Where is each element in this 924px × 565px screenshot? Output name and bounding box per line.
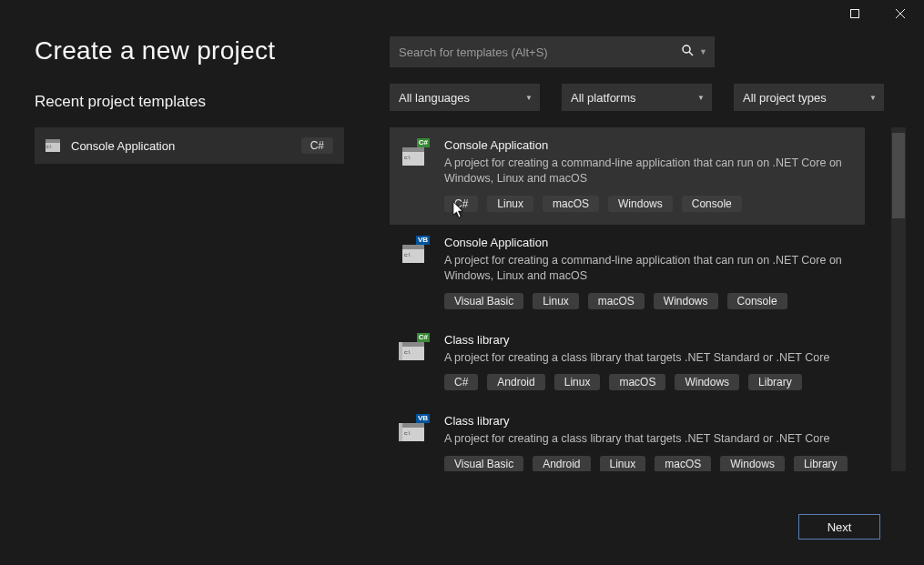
console-template-icon: C# [402, 140, 428, 166]
template-item[interactable]: C#Class libraryA project for creating a … [390, 322, 865, 404]
tag: Console [682, 196, 742, 212]
lib-template-icon: VB [402, 416, 428, 441]
chevron-down-icon: ▼ [697, 94, 705, 102]
search-icon[interactable] [682, 45, 694, 59]
tag: Windows [654, 293, 718, 309]
tag: Linux [554, 374, 601, 390]
tag: Visual Basic [444, 293, 523, 309]
recent-template-lang: C# [301, 137, 333, 154]
tag: C# [444, 374, 478, 390]
language-filter-dropdown[interactable]: All languages ▼ [390, 84, 540, 111]
tag: macOS [543, 196, 599, 212]
template-description: A project for creating a command-line ap… [444, 156, 852, 187]
page-title: Create a new project [35, 36, 344, 66]
console-template-icon: VB [402, 237, 428, 263]
tag: Library [794, 456, 848, 471]
language-filter-label: All languages [399, 91, 470, 105]
chevron-down-icon: ▼ [869, 94, 877, 102]
tag: Visual Basic [444, 456, 523, 471]
tag: macOS [609, 374, 665, 390]
template-tags: Visual BasicAndroidLinuxmacOSWindowsLibr… [444, 456, 852, 471]
platform-filter-dropdown[interactable]: All platforms ▼ [562, 84, 712, 111]
project-type-filter-dropdown[interactable]: All project types ▼ [734, 84, 884, 111]
search-dropdown-caret[interactable]: ▼ [699, 47, 707, 56]
tag: macOS [655, 456, 711, 471]
chevron-down-icon: ▼ [525, 94, 533, 102]
template-tags: Visual BasicLinuxmacOSWindowsConsole [444, 293, 852, 309]
recent-templates-header: Recent project templates [35, 93, 344, 111]
window-maximize-button[interactable] [835, 1, 875, 26]
tag: Linux [487, 196, 533, 212]
tag: Linux [533, 293, 579, 309]
template-tags: C#LinuxmacOSWindowsConsole [444, 196, 852, 212]
console-app-icon [46, 139, 60, 152]
search-input[interactable] [399, 45, 682, 59]
platform-filter-label: All platforms [571, 91, 636, 105]
template-description: A project for creating a command-line ap… [444, 253, 852, 284]
tag: Windows [675, 374, 739, 390]
window-close-button[interactable] [880, 1, 920, 26]
template-title: Console Application [444, 138, 852, 152]
maximize-icon [850, 9, 859, 18]
tag: Console [727, 293, 787, 309]
template-item[interactable]: VBConsole ApplicationA project for creat… [390, 225, 865, 322]
tag: Library [748, 374, 802, 390]
template-title: Class library [444, 414, 852, 428]
recent-template-item[interactable]: Console ApplicationC# [35, 127, 344, 164]
recent-template-name: Console Application [71, 139, 175, 153]
tag: Windows [720, 456, 785, 471]
tag: Windows [608, 196, 673, 212]
svg-rect-0 [851, 10, 859, 18]
template-list[interactable]: C#Console ApplicationA project for creat… [390, 127, 865, 471]
svg-line-4 [689, 52, 693, 55]
template-title: Console Application [444, 236, 852, 249]
project-type-filter-label: All project types [743, 91, 827, 105]
close-icon [896, 9, 905, 18]
svg-point-3 [683, 45, 690, 53]
tag: Android [533, 456, 590, 471]
template-search[interactable]: ▼ [390, 36, 715, 67]
lib-template-icon: C# [402, 335, 428, 360]
template-description: A project for creating a class library t… [444, 350, 852, 366]
template-item[interactable]: VBClass libraryA project for creating a … [390, 403, 865, 471]
template-tags: C#AndroidLinuxmacOSWindowsLibrary [444, 374, 852, 390]
template-title: Class library [444, 333, 852, 347]
template-description: A project for creating a class library t… [444, 431, 852, 447]
tag: Linux [600, 456, 646, 471]
tag: C# [444, 196, 478, 212]
template-item[interactable]: C#Console ApplicationA project for creat… [390, 127, 865, 225]
window-titlebar [0, 0, 924, 27]
tag: macOS [588, 293, 645, 309]
tag: Android [487, 374, 544, 390]
next-button[interactable]: Next [798, 514, 880, 540]
scrollbar-thumb[interactable] [892, 133, 905, 218]
